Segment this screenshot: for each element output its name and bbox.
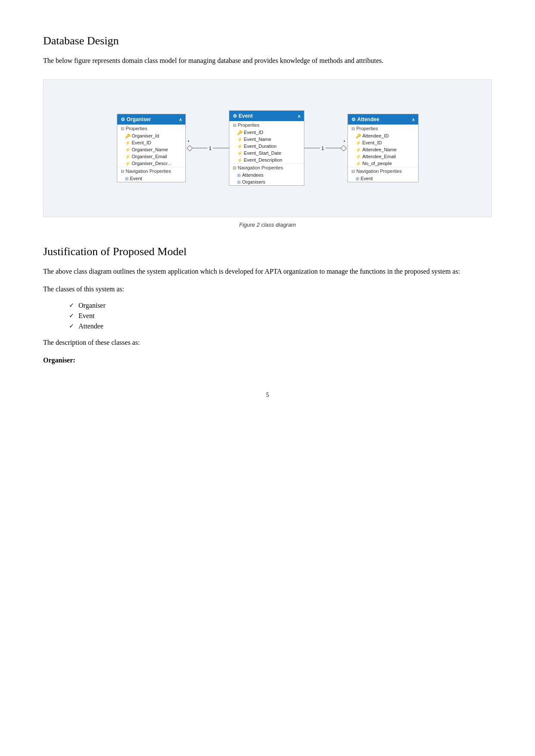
attendee-item-3: ⚡ Attendee_Email (348, 153, 418, 160)
figure-caption: Figure 2 class diagram (43, 222, 492, 228)
event-prop-2: ⚡ (237, 144, 242, 149)
database-design-title: Database Design (43, 34, 492, 47)
attendee-key-icon: 🔑 (356, 134, 361, 138)
justification-paragraph3: The description of these classes as: (43, 337, 492, 348)
event-item-0: 🔑 Event_ID (229, 129, 304, 136)
connector-right-num: • (342, 139, 347, 144)
list-item-attendee: ✓ Attendee (69, 322, 492, 330)
attendee-caret-icon: ∧ (412, 117, 415, 122)
organiser-item-1: ⚡ Event_ID (117, 139, 185, 146)
organiser-item-4: ⚡ Organiser_Descr... (117, 160, 185, 167)
event-prop-1: ⚡ (237, 137, 242, 142)
prop-icon-3: ⚡ (125, 154, 130, 159)
organiser-header: ⚙ Organiser ∧ (117, 114, 185, 125)
organiser-class-box: ⚙ Organiser ∧ ⊟ Properties 🔑 Organiser_I… (117, 114, 186, 182)
attendee-header: ⚙ Attendee ∧ (348, 114, 418, 125)
event-class-box: ⚙ Event ∧ ⊟ Properties 🔑 Event_ID ⚡ Even… (229, 110, 304, 186)
check-icon-event: ✓ (69, 312, 74, 319)
event-minus-icon: ⊟ (233, 123, 236, 128)
organiser-nav-label: ⊟ Navigation Properties (117, 167, 185, 175)
list-label-event: Event (78, 312, 94, 320)
organiser-title: Organiser (127, 116, 179, 122)
prop-icon-4: ⚡ (125, 161, 130, 166)
event-item-1: ⚡ Event_Name (229, 136, 304, 143)
attendee-item-0: 🔑 Attendee_ID (348, 132, 418, 139)
check-icon-organiser: ✓ (69, 302, 74, 309)
attendee-item-1: ⚡ Event_ID (348, 139, 418, 146)
attendee-prop-2: ⚡ (356, 147, 361, 152)
event-nav-icon-0: ⊞ (237, 173, 241, 178)
attendee-item-2: ⚡ Attendee_Name (348, 146, 418, 153)
list-label-organiser: Organiser (78, 302, 106, 309)
event-prop-4: ⚡ (237, 158, 242, 162)
event-header: ⚙ Event ∧ (229, 111, 304, 121)
event-prop-3: ⚡ (237, 151, 242, 156)
attendee-nav-item-0: ⊞ Event (348, 175, 418, 182)
attendee-prop-4: ⚡ (356, 161, 361, 166)
organiser-bold-label: Organiser: (43, 355, 492, 366)
list-label-attendee: Attendee (78, 322, 103, 330)
connector-event-attendee: 1 • (304, 146, 347, 151)
prop-icon-2: ⚡ (125, 147, 130, 152)
attendee-title: Attendee (357, 116, 412, 122)
event-class-icon: ⚙ (233, 113, 237, 119)
event-title: Event (239, 113, 297, 119)
attendee-prop-3: ⚡ (356, 154, 361, 159)
attendee-class-icon: ⚙ (351, 117, 356, 122)
organiser-item-3: ⚡ Organiser_Email (117, 153, 185, 160)
event-item-4: ⚡ Event_Description (229, 156, 304, 163)
event-nav-item-0: ⊞ Attendees (229, 172, 304, 178)
class-list: ✓ Organiser ✓ Event ✓ Attendee (69, 302, 492, 330)
attendee-properties-label: ⊟ Properties (348, 125, 418, 132)
prop-icon-1: ⚡ (125, 141, 130, 145)
justification-title: Justification of Proposed Model (43, 245, 492, 258)
event-nav-icon-1: ⊞ (237, 180, 241, 184)
organiser-nav-minus-icon: ⊟ (121, 169, 124, 174)
organiser-label-bold: Organiser: (43, 356, 75, 364)
attendee-nav-icon: ⊞ (356, 176, 359, 181)
event-item-2: ⚡ Event_Duration (229, 143, 304, 150)
attendee-item-4: ⚡ No_of_people (348, 160, 418, 167)
check-icon-attendee: ✓ (69, 322, 74, 330)
attendee-class-box: ⚙ Attendee ∧ ⊟ Properties 🔑 Attendee_ID … (347, 114, 419, 182)
database-design-paragraph: The below figure represents domain class… (43, 55, 492, 66)
class-diagram: ⚙ Organiser ∧ ⊟ Properties 🔑 Organiser_I… (43, 79, 492, 217)
attendee-nav-label: ⊟ Navigation Properties (348, 167, 418, 175)
nav-icon-event: ⊞ (125, 176, 128, 181)
event-key-icon: 🔑 (237, 130, 242, 135)
connector-organiser-event: • 1 (186, 146, 229, 151)
organiser-item-0: 🔑 Organiser_Id (117, 132, 185, 139)
list-item-organiser: ✓ Organiser (69, 302, 492, 309)
attendee-nav-minus-icon: ⊟ (351, 169, 355, 174)
event-nav-minus-icon: ⊟ (233, 166, 236, 170)
organiser-caret-icon: ∧ (179, 117, 182, 122)
key-icon-0: 🔑 (125, 134, 130, 138)
page-number: 5 (43, 392, 492, 399)
organiser-class-icon: ⚙ (121, 117, 125, 122)
justification-paragraph2: The classes of this system as: (43, 284, 492, 295)
attendee-prop-1: ⚡ (356, 141, 361, 145)
event-item-3: ⚡ Event_Start_Date (229, 150, 304, 156)
attendee-minus-icon: ⊟ (351, 126, 355, 131)
event-caret-icon: ∧ (297, 114, 300, 119)
organiser-properties-label: ⊟ Properties (117, 125, 185, 132)
event-properties-label: ⊟ Properties (229, 121, 304, 129)
justification-paragraph1: The above class diagram outlines the sys… (43, 266, 492, 277)
event-nav-label: ⊟ Navigation Properties (229, 163, 304, 172)
organiser-nav-item-0: ⊞ Event (117, 175, 185, 182)
organiser-minus-icon: ⊟ (121, 126, 124, 131)
organiser-item-2: ⚡ Organiser_Name (117, 146, 185, 153)
list-item-event: ✓ Event (69, 312, 492, 320)
connector-left-num: • (187, 139, 191, 144)
event-nav-item-1: ⊞ Organisers (229, 178, 304, 185)
